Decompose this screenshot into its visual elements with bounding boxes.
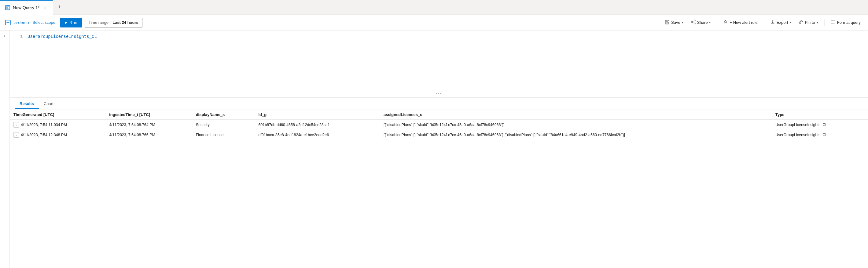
results-table: TimeGenerated [UTC] ingestedTime_t [UTC]… (10, 110, 868, 140)
row-expand-button[interactable]: › (13, 132, 19, 138)
col-header-time: TimeGenerated [UTC] (10, 110, 105, 120)
cell-display: Security (192, 120, 255, 130)
cell-ingested: 4/11/2023, 7:54:08.764 PM (105, 120, 192, 130)
save-button[interactable]: Save ▾ (662, 18, 686, 28)
tab-chart[interactable]: Chart (39, 99, 58, 109)
share-icon (691, 20, 695, 25)
results-table-container[interactable]: TimeGenerated [UTC] ingestedTime_t [UTC]… (10, 110, 868, 268)
cell-id: df91baca-85e8-4edf-824a-e1bce2edd2e6 (255, 130, 380, 140)
toolbar-divider-3 (824, 20, 825, 26)
sidebar-toggle-icon: › (4, 33, 5, 38)
tab-close-button[interactable]: × (42, 5, 48, 11)
query-editor[interactable]: 1 UserGroupLicenseInsights_CL ... (10, 31, 868, 98)
toolbar: la-demo Select scope ▶ Run Time range : … (0, 15, 868, 31)
table-header-row: TimeGenerated [UTC] ingestedTime_t [UTC]… (10, 110, 868, 120)
result-tabs: Results Chart (10, 98, 868, 110)
query-line-1: 1 UserGroupLicenseInsights_CL (10, 34, 868, 39)
editor-ellipsis: ... (436, 90, 442, 95)
run-button[interactable]: ▶ Run (60, 18, 82, 28)
new-tab-button[interactable]: + (54, 2, 64, 12)
run-button-label: Run (69, 20, 77, 25)
save-label: Save (671, 20, 680, 25)
pin-to-label: Pin to (805, 20, 815, 25)
cell-time: ›4/11/2023, 7:54:12.348 PM (10, 130, 105, 140)
svg-point-5 (691, 21, 692, 23)
query-tab[interactable]: New Query 1* × (0, 0, 53, 15)
main-content: › 1 UserGroupLicenseInsights_CL ... Resu… (0, 31, 868, 268)
save-chevron-icon: ▾ (682, 21, 683, 24)
cell-assigned: [{"disabledPlans":[],"skuId":"b05e124f-c… (380, 120, 772, 130)
cell-time: ›4/11/2023, 7:54:11.034 PM (10, 120, 105, 130)
query-tab-title: New Query 1* (13, 5, 39, 10)
share-chevron-icon: ▾ (709, 21, 711, 24)
export-label: Export (777, 20, 788, 25)
table-row: ›4/11/2023, 7:54:11.034 PM4/11/2023, 7:5… (10, 120, 868, 130)
pin-icon (798, 20, 803, 25)
format-query-button[interactable]: Format query (828, 18, 863, 28)
cell-display: Finance License (192, 130, 255, 140)
query-text-1: UserGroupLicenseInsights_CL (28, 34, 97, 39)
select-scope-button[interactable]: Select scope (33, 20, 55, 25)
tab-results[interactable]: Results (15, 99, 39, 109)
svg-rect-2 (666, 20, 668, 21)
format-query-label: Format query (837, 20, 861, 25)
new-alert-rule-button[interactable]: + New alert rule (721, 18, 760, 28)
cell-assigned: [{"disabledPlans":[],"skuId":"b05e124f-c… (380, 130, 772, 140)
cell-ingested: 4/11/2023, 7:54:08.766 PM (105, 130, 192, 140)
row-expand-button[interactable]: › (13, 122, 19, 128)
format-query-icon (831, 20, 836, 25)
cell-type: UserGroupLicenseInsights_CL (772, 120, 868, 130)
toolbar-divider-1 (717, 20, 717, 26)
query-tab-icon (5, 5, 10, 10)
pin-to-button[interactable]: Pin to ▾ (796, 18, 820, 28)
time-range-prefix: Time range : (89, 20, 111, 25)
col-header-ingested: ingestedTime_t [UTC] (105, 110, 192, 120)
svg-point-6 (694, 23, 695, 24)
sidebar-toggle-button[interactable]: › (0, 31, 10, 268)
time-range-button[interactable]: Time range : Last 24 hours (85, 18, 143, 28)
workspace-icon (5, 20, 11, 26)
tab-bar: New Query 1* × + (0, 0, 868, 15)
pin-chevron-icon: ▾ (817, 21, 818, 24)
results-area: Results Chart TimeGenerated [UTC] ingest… (10, 98, 868, 268)
svg-point-4 (694, 20, 695, 21)
time-range-value: Last 24 hours (113, 20, 138, 25)
col-header-type: Type (772, 110, 868, 120)
col-header-assigned: assignedLicenses_s (380, 110, 772, 120)
new-alert-icon (723, 20, 728, 25)
col-header-id: id_g (255, 110, 380, 120)
table-row: ›4/11/2023, 7:54:12.348 PM4/11/2023, 7:5… (10, 130, 868, 140)
svg-rect-3 (666, 22, 669, 24)
export-icon (770, 20, 775, 25)
line-number-1: 1 (13, 34, 23, 39)
run-play-icon: ▶ (65, 21, 67, 24)
toolbar-divider-2 (764, 20, 764, 26)
new-alert-label: + New alert rule (730, 20, 757, 25)
share-label: Share (697, 20, 708, 25)
export-button[interactable]: Export ▾ (768, 18, 794, 28)
share-button[interactable]: Share ▾ (688, 18, 713, 28)
col-header-display: displayName_s (192, 110, 255, 120)
editor-area: 1 UserGroupLicenseInsights_CL ... Result… (10, 31, 868, 268)
cell-type: UserGroupLicenseInsights_CL (772, 130, 868, 140)
save-icon (665, 20, 670, 25)
cell-id: 601b87db-dd60-4658-a2df-2dc54ce28ca1 (255, 120, 380, 130)
export-chevron-icon: ▾ (789, 21, 791, 24)
workspace-name[interactable]: la-demo (13, 20, 29, 25)
